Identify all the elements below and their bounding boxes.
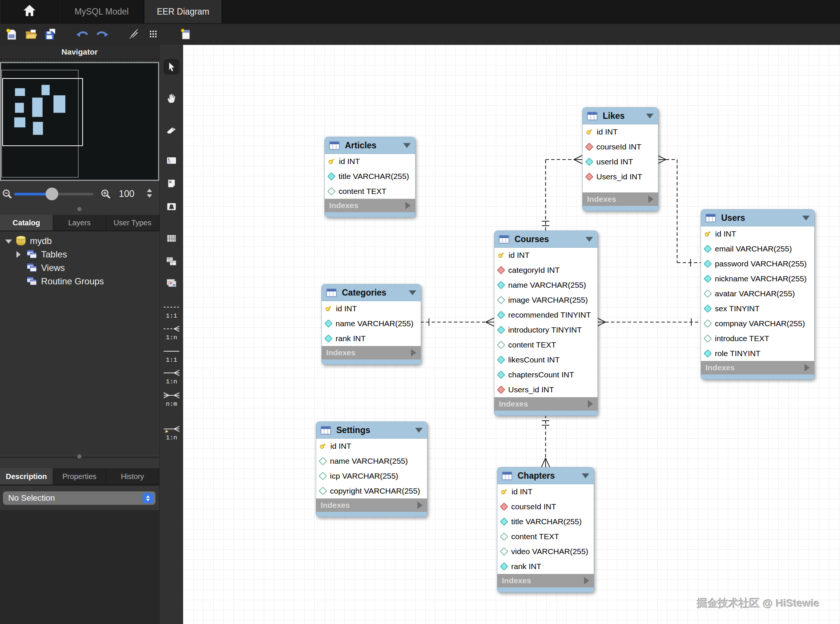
indexes-bar[interactable]: Indexes: [316, 499, 427, 512]
tree-item-tables[interactable]: Tables: [0, 248, 159, 261]
er-column[interactable]: icp VARCHAR(255): [316, 468, 427, 483]
expand-arrow-icon[interactable]: [804, 364, 810, 371]
table-tool[interactable]: [164, 230, 179, 246]
expand-arrow-icon[interactable]: [584, 577, 589, 584]
er-column[interactable]: role TINYINT: [701, 346, 814, 361]
pan-tool[interactable]: [164, 90, 179, 106]
er-column[interactable]: id INT: [325, 154, 415, 169]
new-model-icon[interactable]: [4, 26, 19, 42]
er-column[interactable]: courseId INT: [497, 499, 594, 514]
tree-item-mydb[interactable]: mydb: [0, 234, 159, 248]
er-table-likes[interactable]: Likesid INTcourseId INTuserId INTUsers_i…: [582, 107, 658, 211]
home-tab[interactable]: [0, 0, 59, 23]
grid-icon[interactable]: [146, 26, 161, 42]
open-model-icon[interactable]: [23, 26, 39, 42]
zoom-stepper[interactable]: [147, 189, 152, 198]
select-tool[interactable]: [164, 59, 179, 75]
er-column[interactable]: id INT: [494, 248, 598, 263]
er-column[interactable]: image VARCHAR(255): [494, 293, 598, 307]
er-column[interactable]: rank INT: [322, 331, 421, 346]
collapse-caret-icon[interactable]: [802, 216, 810, 221]
relation-categories-courses[interactable]: [420, 318, 494, 326]
collapse-caret-icon[interactable]: [585, 237, 593, 242]
er-table-courses[interactable]: Coursesid INTcategoryId INTname VARCHAR(…: [494, 230, 598, 416]
chevron-right-icon[interactable]: [17, 251, 20, 258]
selection-dropdown[interactable]: No Selection: [3, 491, 156, 505]
sidebar-tab-catalog[interactable]: Catalog: [0, 215, 53, 230]
relation-tool-1-n-dashed[interactable]: 1:n: [160, 324, 183, 341]
relation-tool-n-m-solid[interactable]: n:m: [160, 391, 183, 408]
er-column[interactable]: content TEXT: [494, 337, 598, 352]
indexes-bar[interactable]: Indexes: [322, 346, 421, 360]
relation-courses-chapters[interactable]: [542, 415, 550, 467]
er-table-articles[interactable]: Articlesid INTtitle VARCHAR(255)content …: [324, 137, 415, 218]
er-column[interactable]: likesCount INT: [494, 352, 598, 367]
expand-arrow-icon[interactable]: [648, 195, 653, 203]
er-column[interactable]: Users_id INT: [494, 382, 598, 397]
editor-tab-properties[interactable]: Properties: [53, 468, 106, 485]
undo-icon[interactable]: [75, 26, 90, 42]
er-column[interactable]: email VARCHAR(255): [701, 241, 814, 256]
panel-resize-handle-2[interactable]: [77, 454, 82, 459]
er-column[interactable]: title VARCHAR(255): [497, 514, 594, 529]
er-column[interactable]: id INT: [701, 226, 814, 241]
tree-item-routine-groups[interactable]: Routine Groups: [0, 275, 159, 288]
er-table-header[interactable]: Articles: [325, 137, 415, 154]
eraser-tool[interactable]: [164, 122, 179, 138]
expand-arrow-icon[interactable]: [417, 502, 423, 509]
image-tool[interactable]: [164, 199, 179, 215]
chevron-down-icon[interactable]: [5, 239, 12, 244]
editor-tab-history[interactable]: History: [106, 468, 159, 485]
redo-icon[interactable]: [94, 26, 110, 42]
indexes-bar[interactable]: Indexes: [497, 574, 594, 587]
note-tool[interactable]: N: [164, 176, 179, 191]
collapse-caret-icon[interactable]: [409, 290, 416, 295]
er-column[interactable]: content TEXT: [497, 529, 594, 544]
er-table-settings[interactable]: Settingsid INTname VARCHAR(255)icp VARCH…: [316, 422, 428, 517]
view-tool[interactable]: [164, 253, 179, 269]
sidebar-tab-layers[interactable]: Layers: [53, 215, 106, 230]
er-column[interactable]: categoryId INT: [494, 263, 598, 278]
zoom-in-icon[interactable]: [100, 188, 111, 199]
er-column[interactable]: introduce TEXT: [701, 331, 814, 346]
relation-tool-1-n-pencil[interactable]: 1:n: [160, 425, 183, 441]
save-model-icon[interactable]: [43, 26, 58, 42]
er-column[interactable]: userId INT: [582, 154, 658, 169]
eer-diagram-canvas[interactable]: 掘金技术社区 @ HiStewie Articlesid INTtitle VA…: [183, 45, 840, 624]
er-column[interactable]: id INT: [582, 124, 658, 139]
er-column[interactable]: id INT: [497, 484, 594, 499]
collapse-caret-icon[interactable]: [582, 473, 589, 478]
sidebar-tab-user-types[interactable]: User Types: [106, 215, 159, 230]
collapse-caret-icon[interactable]: [403, 143, 411, 148]
zoom-slider-thumb[interactable]: [46, 188, 58, 200]
er-column[interactable]: courseId INT: [582, 139, 658, 154]
indexes-bar[interactable]: Indexes: [701, 361, 814, 374]
layer-tool[interactable]: L: [164, 153, 179, 168]
er-table-header[interactable]: Settings: [316, 422, 427, 439]
er-table-users[interactable]: Usersid INTemail VARCHAR(255)password VA…: [701, 209, 815, 380]
editor-tab-description[interactable]: Description: [0, 468, 53, 485]
er-column[interactable]: chaptersCount INT: [494, 367, 598, 382]
expand-arrow-icon[interactable]: [588, 400, 593, 408]
relation-users-courses[interactable]: [597, 318, 701, 326]
er-column[interactable]: sex TINYINT: [701, 301, 814, 316]
relation-tool-1-n-solid[interactable]: 1:n: [160, 368, 183, 385]
expand-arrow-icon[interactable]: [411, 349, 416, 357]
routine-group-tool[interactable]: [164, 276, 179, 292]
er-table-chapters[interactable]: Chaptersid INTcourseId INTtitle VARCHAR(…: [497, 467, 594, 593]
zoom-out-icon[interactable]: [2, 188, 13, 199]
relation-users-likes[interactable]: [658, 156, 701, 266]
er-table-header[interactable]: Categories: [322, 284, 421, 301]
expand-arrow-icon[interactable]: [405, 202, 411, 209]
indexes-bar[interactable]: Indexes: [494, 397, 598, 411]
navigator-minimap[interactable]: [0, 62, 159, 181]
er-column[interactable]: id INT: [316, 439, 427, 454]
er-column[interactable]: avatar VARCHAR(255): [701, 286, 814, 301]
tab-eer-diagram[interactable]: EER Diagram: [144, 0, 222, 23]
er-column[interactable]: name VARCHAR(255): [322, 316, 421, 331]
relation-courses-likes[interactable]: [542, 156, 582, 230]
toggle-pen-icon[interactable]: [126, 26, 142, 42]
new-note-icon[interactable]: [178, 26, 193, 42]
er-table-categories[interactable]: Categoriesid INTname VARCHAR(255)rank IN…: [321, 284, 421, 365]
tree-item-views[interactable]: Views: [0, 261, 159, 275]
